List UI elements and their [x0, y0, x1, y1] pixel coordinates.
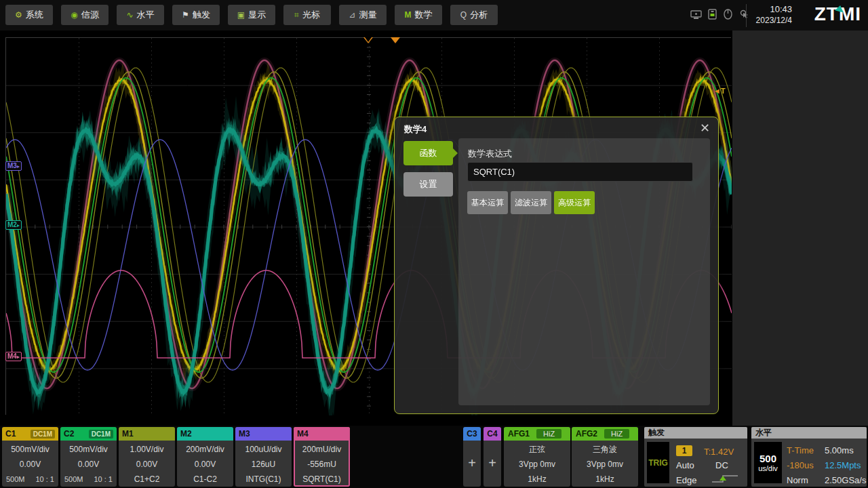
t-time-label: T-Time	[787, 445, 814, 455]
memory-depth: 12.5Mpts	[825, 460, 861, 470]
trigger-status-box: TRIG	[647, 442, 669, 483]
math-icon: M	[405, 10, 412, 20]
clock-time: 10:43	[756, 4, 792, 15]
trigger-panel-title: 触发	[644, 427, 747, 439]
channel-tile-m3[interactable]: M3 100uU/div126uUINTG(C1)	[235, 427, 292, 487]
coupling-badge: DC1M	[89, 430, 113, 439]
channel-tile-c3[interactable]: C3 +	[463, 427, 481, 487]
menu-button-display[interactable]: ▣显示	[228, 5, 275, 25]
math4-dialog: 数学4 ✕ 函数 设置 数学表达式 基本运算 滤波运算 高级运算	[394, 117, 719, 414]
add-channel-button[interactable]: +	[463, 455, 481, 471]
menu-button-math[interactable]: M数学	[395, 5, 442, 25]
trigger-position-marker[interactable]	[391, 37, 400, 43]
filter-ops-button[interactable]: 滤波运算	[511, 191, 551, 214]
trigger-mode: Auto	[676, 460, 694, 470]
menu-button-horizontal[interactable]: ∿水平	[117, 5, 164, 25]
rising-edge-icon	[711, 473, 739, 484]
top-menu-bar: ⚙系统 ◉信源 ∿水平 ⚑触发 ▣显示 ⌗光标 ⊿测量 M数学 Q分析 10:4…	[0, 0, 868, 30]
impedance-badge: HiZ	[604, 429, 629, 439]
acquisition-mode: Norm	[787, 475, 808, 485]
mouse-icon[interactable]	[723, 9, 733, 20]
channel-marker-m2[interactable]: M2▸	[5, 220, 22, 230]
usb-storage-icon[interactable]	[707, 9, 717, 20]
add-channel-button[interactable]: +	[484, 455, 501, 471]
close-icon[interactable]: ✕	[700, 121, 710, 136]
network-display-icon[interactable]	[690, 9, 702, 20]
clock: 10:43 2023/12/4	[746, 4, 792, 27]
trigger-coupling: DC	[715, 460, 728, 470]
menu-button-trigger[interactable]: ⚑触发	[172, 5, 220, 25]
t-time-value: 5.00ms	[825, 445, 854, 455]
bottom-status-bar: C1DC1M 500mV/div0.00V 500M10 : 1 C2DC1M …	[0, 426, 868, 488]
menu-button-measure[interactable]: ⊿测量	[339, 5, 387, 25]
menu-button-system[interactable]: ⚙系统	[5, 5, 53, 25]
tab-settings[interactable]: 设置	[403, 172, 453, 197]
channel-tile-c4[interactable]: C4 +	[484, 427, 501, 487]
brand-logo: ZTMI	[814, 3, 861, 25]
trigger-source-badge: 1	[676, 445, 692, 456]
channel-tile-c2[interactable]: C2DC1M 500mV/div0.00V 500M10 : 1	[60, 427, 117, 487]
delay-value: -180us	[787, 460, 814, 470]
afg1-tile[interactable]: AFG1HiZ 正弦3Vpp 0mv1kHz	[504, 427, 570, 487]
channel-tile-m4[interactable]: M4 200mU/div-556mUSQRT(C1)	[294, 427, 350, 487]
trigger-panel[interactable]: 触发 TRIG 1 Auto Edge T:1.42V DC	[644, 427, 747, 487]
coupling-badge: DC1M	[31, 430, 55, 439]
channel-tile-m1[interactable]: M1 1.00V/div0.00VC1+C2	[119, 427, 175, 487]
trigger-flag-icon: ⚑	[182, 10, 189, 20]
channel-marker-m3[interactable]: M3▸	[5, 161, 22, 171]
basic-ops-button[interactable]: 基本运算	[467, 191, 508, 214]
sample-rate: 2.50GSa/s	[825, 475, 866, 485]
measure-icon: ⊿	[349, 10, 355, 20]
expression-label: 数学表达式	[468, 148, 512, 160]
dialog-content-panel: 数学表达式 基本运算 滤波运算 高级运算	[458, 138, 710, 405]
horizontal-panel[interactable]: 水平 500 us/div T-Time 5.00ms -180us 12.5M…	[751, 427, 867, 487]
clock-date: 2023/12/4	[756, 15, 792, 26]
dialog-title: 数学4	[404, 123, 427, 136]
menu-button-analyze[interactable]: Q分析	[450, 5, 498, 25]
trigger-type: Edge	[676, 475, 696, 485]
trigger-level-marker[interactable]: ◄T	[713, 87, 726, 95]
horizontal-panel-title: 水平	[751, 427, 867, 439]
menu-button-source[interactable]: ◉信源	[61, 5, 108, 25]
analyze-magnifier-icon: Q	[460, 10, 467, 20]
channel-marker-m4[interactable]: M4▸	[5, 352, 22, 361]
expression-input[interactable]	[467, 162, 693, 182]
trigger-level: T:1.42V	[704, 447, 734, 457]
antenna-icon: ◉	[71, 10, 77, 20]
cursor-grid-icon: ⌗	[294, 10, 299, 20]
horizontal-wave-icon: ∿	[126, 10, 133, 20]
afg2-tile[interactable]: AFG2HiZ 三角波3Vpp 0mv1kHz	[572, 427, 638, 487]
timebase-box: 500 us/div	[754, 442, 782, 483]
channel-tile-c1[interactable]: C1DC1M 500mV/div0.00V 500M10 : 1	[2, 427, 58, 487]
menu-button-cursor[interactable]: ⌗光标	[283, 5, 331, 25]
impedance-badge: HiZ	[536, 429, 561, 439]
gear-icon: ⚙	[15, 10, 22, 20]
advanced-ops-button[interactable]: 高级运算	[554, 191, 595, 214]
channel-tile-m2[interactable]: M2 200mV/div0.00VC1-C2	[177, 427, 233, 487]
tab-function[interactable]: 函数	[403, 141, 453, 165]
trigger-time-reference-marker[interactable]	[363, 37, 373, 43]
display-icon: ▣	[237, 10, 245, 20]
right-sidebar	[732, 30, 868, 426]
